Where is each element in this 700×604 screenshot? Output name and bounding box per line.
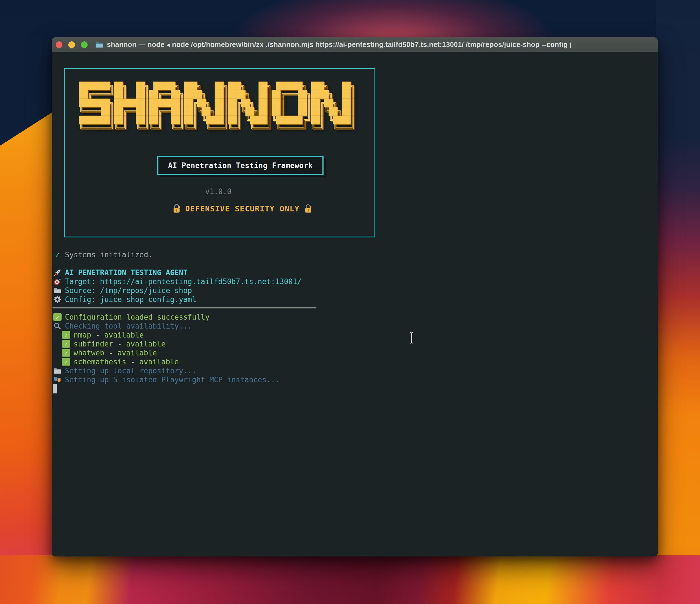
terminal-line-text: Setting up 5 isolated Playwright MCP ins… <box>65 375 280 384</box>
wallpaper-left-band <box>0 111 54 604</box>
check-box-icon: ✓ <box>61 339 71 348</box>
wallpaper-right-band <box>656 0 700 604</box>
version-label: v1.0.0 <box>65 187 372 196</box>
check-mark-icon: ✓ <box>52 250 62 259</box>
terminal-lines: ✓Systems initialized.AI PENETRATION TEST… <box>52 250 658 393</box>
terminal-line: ✓schemathesis - available <box>61 357 658 366</box>
terminal-line-text: nmap - available <box>74 331 144 339</box>
terminal-line: AI PENETRATION TESTING AGENT <box>52 268 658 277</box>
terminal-line: ✓Systems initialized. <box>52 250 658 259</box>
terminal-line-text: whatweb - available <box>74 349 157 357</box>
terminal-line-text: Systems initialized. <box>65 251 153 259</box>
terminal-line-text: schemathesis - available <box>74 358 179 366</box>
terminal-line: Setting up local repository... <box>52 366 658 375</box>
terminal-line-text: Setting up local repository... <box>65 367 197 375</box>
framework-box: AI Penetration Testing Framework <box>157 156 324 175</box>
defensive-label: DEFENSIVE SECURITY ONLY <box>185 204 299 213</box>
terminal-window: shannon — node ◂ node /opt/homebrew/bin/… <box>52 37 658 556</box>
check-box-icon: ✓ <box>61 331 71 339</box>
separator-line <box>52 307 317 309</box>
folder-icon <box>52 366 62 375</box>
minimize-button[interactable] <box>68 42 75 48</box>
ascii-banner: ███████╗██╗ ██╗ █████╗ ███╗ ██╗███╗ ██╗ … <box>79 82 355 133</box>
terminal-body[interactable]: ███████╗██╗ ██╗ █████╗ ███╗ ██╗███╗ ██╗ … <box>52 52 658 556</box>
banner-box: ███████╗██╗ ██╗ █████╗ ███╗ ██╗███╗ ██╗ … <box>64 68 375 237</box>
terminal-line-text: Target: https://ai-pentesting.tailfd50b7… <box>65 278 301 286</box>
mouse-ibeam-cursor <box>409 332 415 344</box>
terminal-line-text: subfinder - available <box>74 340 166 348</box>
terminal-line: ✓subfinder - available <box>61 339 658 348</box>
terminal-line: ✓nmap - available <box>61 331 658 339</box>
terminal-line-text: AI PENETRATION TESTING AGENT <box>65 268 188 277</box>
terminal-line: Checking tool availability... <box>52 321 658 331</box>
cursor-line <box>52 384 658 393</box>
terminal-line: Target: https://ai-pentesting.tailfd50b7… <box>52 277 658 286</box>
blank-line <box>52 259 658 268</box>
wallpaper-bottom-bands <box>0 555 700 604</box>
desktop: { "colors": { "accent_teal": "#36c6c2", … <box>0 0 700 604</box>
titlebar[interactable]: shannon — node ◂ node /opt/homebrew/bin/… <box>52 37 658 52</box>
rocket-icon <box>52 268 62 277</box>
close-button[interactable] <box>56 42 62 48</box>
check-box-icon: ✓ <box>61 348 71 357</box>
terminal-line: ✓whatweb - available <box>61 348 658 357</box>
framework-label: AI Penetration Testing Framework <box>168 161 313 170</box>
terminal-line: Setting up 5 isolated Playwright MCP ins… <box>52 375 658 384</box>
terminal-line-text: Source: /tmp/repos/juice-shop <box>65 286 192 295</box>
terminal-line-text: Configuration loaded successfully <box>65 313 210 321</box>
lock-icon <box>303 204 313 213</box>
target-icon <box>52 277 62 286</box>
block-cursor <box>53 384 57 393</box>
zoom-button[interactable] <box>81 42 88 48</box>
terminal-line-text: Config: juice-shop-config.yaml <box>65 295 197 304</box>
folder-icon <box>52 286 62 295</box>
check-box-icon: ✓ <box>52 313 62 321</box>
lock-icon <box>172 204 181 213</box>
defensive-banner: DEFENSIVE SECURITY ONLY <box>158 203 326 214</box>
gear-icon <box>52 295 62 304</box>
terminal-line: Config: juice-shop-config.yaml <box>52 295 658 304</box>
folder-proxy-icon[interactable] <box>95 41 104 49</box>
magnifier-icon <box>52 321 62 331</box>
check-box-icon: ✓ <box>61 357 71 366</box>
window-title: shannon — node ◂ node /opt/homebrew/bin/… <box>107 41 572 49</box>
terminal-line-text: Checking tool availability... <box>65 322 192 330</box>
terminal-line: ✓Configuration loaded successfully <box>52 313 658 321</box>
terminal-line: Source: /tmp/repos/juice-shop <box>52 286 658 295</box>
masks-icon <box>52 375 62 384</box>
